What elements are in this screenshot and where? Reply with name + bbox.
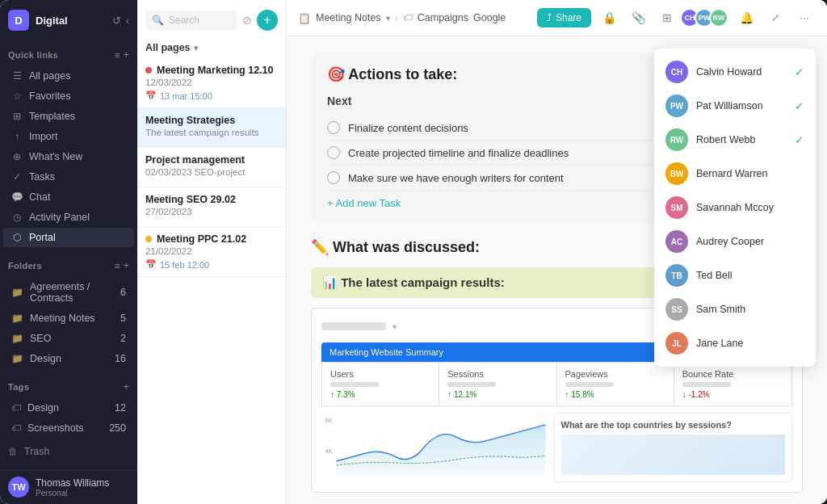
page-list-header: 🔍 Search ⊘ + xyxy=(137,0,286,37)
all-pages-icon: ☰ xyxy=(11,70,23,82)
search-box[interactable]: 🔍 Search xyxy=(145,10,237,30)
page-item-meeting-ppc[interactable]: Meeting PPC 21.02 21/02/2022 📅 15 feb 12… xyxy=(137,227,286,277)
user-row-savannah[interactable]: SM Savannah Mccoy xyxy=(654,191,816,225)
avatar-bernard: BW xyxy=(665,162,688,185)
breadcrumb-google[interactable]: Google xyxy=(473,12,506,23)
tag-icon: 🏷 xyxy=(11,402,21,414)
user-row-jane[interactable]: JL Jane Lane xyxy=(654,326,816,360)
check-robert: ✓ xyxy=(795,133,804,146)
page-title-project-management: Project management xyxy=(145,154,278,166)
metric-pageviews: Pageviews ↑ 15.8% xyxy=(557,363,674,405)
refresh-icon[interactable]: ↺ xyxy=(112,15,121,27)
quick-links-header: Quick links ≡ + xyxy=(0,44,137,65)
page-title-meeting-seo: Meeting SEO 29.02 xyxy=(145,194,278,205)
tag-screenshots[interactable]: 🏷 Screenshots 250 xyxy=(3,418,134,438)
user-row-audrey[interactable]: AC Audrey Cooper xyxy=(654,225,816,258)
sidebar-item-favorites[interactable]: ☆ Favorites xyxy=(3,86,134,106)
page-date-meeting-ppc: 📅 15 feb 12:00 xyxy=(145,259,278,270)
quick-links-add-icon[interactable]: + xyxy=(123,48,129,61)
grid-icon[interactable]: ⊞ xyxy=(656,6,678,29)
page-title-meeting-marketing: Meeting Marketing 12.10 xyxy=(145,65,278,76)
metric-bounce-rate: Bounce Rate ↓ -1.2% xyxy=(674,363,791,405)
task-checkbox-3[interactable] xyxy=(327,171,340,184)
breadcrumb: 📋 Meeting Notes ▾ › 🏷 Campaigns Google xyxy=(298,12,529,24)
user-info: Thomas Williams Personal xyxy=(36,477,129,498)
whats-new-icon: ⊕ xyxy=(11,151,23,162)
metric-users: Users ↑ 7.3% xyxy=(322,363,439,405)
avatar-pat: PW xyxy=(665,94,688,117)
sidebar-item-templates[interactable]: ⊞ Templates xyxy=(3,107,134,126)
page-date-meeting-marketing: 📅 13 mar 15:00 xyxy=(145,90,278,101)
page-item-meeting-marketing[interactable]: Meeting Marketing 12.10 12/03/2022 📅 13 … xyxy=(137,58,286,108)
workspace-name: Digital xyxy=(36,15,106,27)
folder-icon: 📁 xyxy=(11,287,23,298)
folder-icon: 📁 xyxy=(11,313,23,324)
collapse-icon[interactable]: ‹ xyxy=(126,15,129,27)
user-row-ted[interactable]: TB Ted Bell xyxy=(654,258,816,292)
page-item-meeting-seo[interactable]: Meeting SEO 29.02 27/02/2023 xyxy=(137,187,286,227)
tag-icon: 🏷 xyxy=(11,422,21,434)
tags-add-icon[interactable]: + xyxy=(123,380,129,393)
sidebar-header-icons: ↺ ‹ xyxy=(112,15,129,27)
user-row-sam[interactable]: SS Sam Smith xyxy=(654,292,816,326)
filter-icon[interactable]: ⊘ xyxy=(242,14,252,27)
countries-panel: What are the top countries by sessions? xyxy=(554,413,793,482)
folder-icon: 📁 xyxy=(11,353,23,364)
page-item-project-management[interactable]: Project management 02/03/2023 SEO-projec… xyxy=(137,148,286,187)
sidebar-item-import[interactable]: ↑ Import xyxy=(3,127,134,146)
folder-seo[interactable]: 📁 SEO 2 xyxy=(3,329,134,348)
search-icon: 🔍 xyxy=(152,15,164,26)
sidebar-item-whats-new[interactable]: ⊕ What's New xyxy=(3,147,134,166)
svg-text:6K: 6K xyxy=(325,417,334,424)
user-row-robert[interactable]: RW Robert Webb ✓ xyxy=(654,123,816,157)
add-page-button[interactable]: + xyxy=(257,10,278,31)
bell-icon[interactable]: 🔔 xyxy=(735,6,758,29)
user-name: Thomas Williams xyxy=(36,477,129,489)
user-row-calvin[interactable]: CH Calvin Howard ✓ xyxy=(654,55,816,89)
share-button[interactable]: ⤴ Share xyxy=(537,8,591,27)
user-row-pat[interactable]: PW Pat Williamson ✓ xyxy=(654,89,816,123)
folder-icon: 📁 xyxy=(11,333,23,344)
page-title-meeting-strategies: Meeting Strategies xyxy=(145,115,278,126)
sidebar-item-chat[interactable]: 💬 Chat xyxy=(3,187,134,207)
page-item-meeting-strategies[interactable]: Meeting Strategies The latest campaign r… xyxy=(137,108,286,148)
favorites-icon: ☆ xyxy=(11,90,23,102)
page-list: 🔍 Search ⊘ + All pages ▾ Meeting Marketi… xyxy=(137,0,287,504)
all-pages-chevron: ▾ xyxy=(194,44,198,52)
task-checkbox-2[interactable] xyxy=(327,146,340,159)
folders-section: Folders ≡ + 📁 Agreements / Contracts 6 📁… xyxy=(0,251,137,372)
collaborator-avatars: CH PW RW xyxy=(685,8,728,27)
lock-icon[interactable]: 🔒 xyxy=(598,6,620,29)
breadcrumb-campaigns[interactable]: Campaigns xyxy=(418,12,468,23)
folders-menu-icon[interactable]: ≡ xyxy=(115,261,120,271)
sidebar-item-tasks[interactable]: ✓ Tasks xyxy=(3,167,134,187)
user-profile[interactable]: TW Thomas Williams Personal xyxy=(0,469,137,504)
sidebar-item-portal[interactable]: ⬡ Portal xyxy=(3,228,134,247)
folders-add-icon[interactable]: + xyxy=(123,259,129,271)
task-checkbox-1[interactable] xyxy=(327,121,340,134)
sidebar-item-all-pages[interactable]: ☰ All pages xyxy=(3,66,134,86)
fullscreen-icon[interactable]: ⤢ xyxy=(764,6,787,29)
attachment-icon[interactable]: 📎 xyxy=(627,6,649,29)
import-icon: ↑ xyxy=(11,131,23,142)
chat-icon: 💬 xyxy=(11,191,23,203)
folder-agreements[interactable]: 📁 Agreements / Contracts 6 xyxy=(3,277,134,308)
avatar-audrey: AC xyxy=(665,230,688,253)
trash-item[interactable]: 🗑 Trash xyxy=(0,442,137,461)
more-options-icon[interactable]: ··· xyxy=(793,6,816,29)
avatar-3[interactable]: RW xyxy=(709,8,728,27)
quick-links-section: Quick links ≡ + ☰ All pages ☆ Favorites … xyxy=(0,40,137,251)
users-dropdown: CH Calvin Howard ✓ PW Pat Williamson ✓ R… xyxy=(654,48,816,367)
sidebar-item-activity-panel[interactable]: ◷ Activity Panel xyxy=(3,208,134,227)
folder-meeting-notes[interactable]: 📁 Meeting Notes 5 xyxy=(3,309,134,328)
quick-links-menu-icon[interactable]: ≡ xyxy=(115,50,120,60)
user-row-bernard[interactable]: BW Bernard Warren xyxy=(654,157,816,191)
all-pages-header: All pages ▾ xyxy=(137,37,286,58)
breadcrumb-page-icon: 📋 xyxy=(298,12,311,24)
breadcrumb-meeting-notes[interactable]: Meeting Notes xyxy=(316,12,381,23)
tag-design[interactable]: 🏷 Design 12 xyxy=(3,398,134,418)
folder-design[interactable]: 📁 Design 16 xyxy=(3,349,134,368)
share-icon: ⤴ xyxy=(547,12,552,23)
workspace-icon: D xyxy=(8,10,29,31)
metric-sessions: Sessions ↑ 12.1% xyxy=(439,363,556,405)
